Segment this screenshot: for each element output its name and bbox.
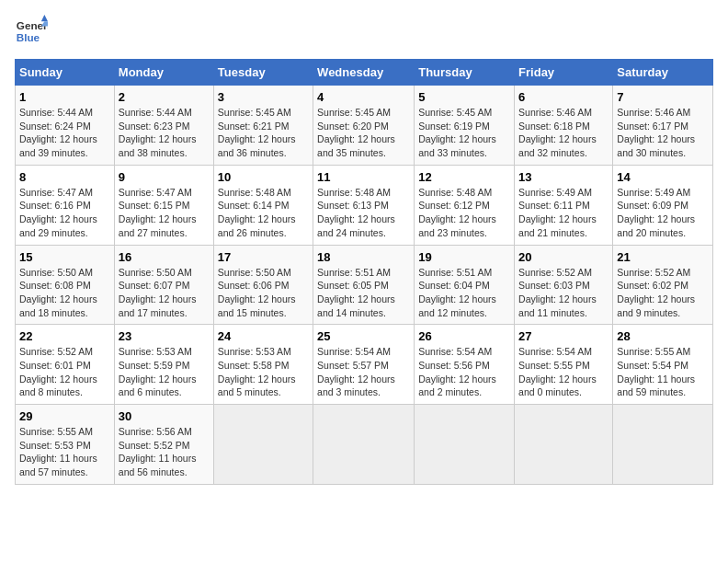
day-cell bbox=[213, 405, 313, 485]
day-cell bbox=[415, 405, 515, 485]
day-number: 8 bbox=[19, 170, 110, 184]
day-cell: 2 Sunrise: 5:44 AMSunset: 6:23 PMDayligh… bbox=[114, 86, 213, 166]
page-header: General Blue bbox=[15, 15, 713, 48]
day-cell: 26 Sunrise: 5:54 AMSunset: 5:56 PMDaylig… bbox=[415, 325, 515, 405]
svg-marker-2 bbox=[41, 15, 48, 21]
day-number: 24 bbox=[218, 329, 309, 343]
svg-text:Blue: Blue bbox=[17, 31, 40, 43]
day-cell: 22 Sunrise: 5:52 AMSunset: 6:01 PMDaylig… bbox=[16, 325, 115, 405]
day-cell: 28 Sunrise: 5:55 AMSunset: 5:54 PMDaylig… bbox=[613, 325, 713, 405]
day-number: 21 bbox=[617, 250, 709, 264]
day-number: 27 bbox=[518, 329, 609, 343]
day-cell: 24 Sunrise: 5:53 AMSunset: 5:58 PMDaylig… bbox=[213, 325, 313, 405]
day-info: Sunrise: 5:53 AMSunset: 5:59 PMDaylight:… bbox=[119, 345, 210, 399]
day-info: Sunrise: 5:55 AMSunset: 5:54 PMDaylight:… bbox=[617, 345, 709, 399]
day-number: 30 bbox=[119, 409, 210, 423]
col-header-wednesday: Wednesday bbox=[313, 60, 415, 86]
day-info: Sunrise: 5:45 AMSunset: 6:21 PMDaylight:… bbox=[218, 106, 309, 160]
day-number: 6 bbox=[518, 90, 609, 104]
day-number: 7 bbox=[617, 90, 709, 104]
day-info: Sunrise: 5:52 AMSunset: 6:03 PMDaylight:… bbox=[518, 266, 609, 320]
day-cell: 11 Sunrise: 5:48 AMSunset: 6:13 PMDaylig… bbox=[313, 165, 415, 245]
day-cell: 9 Sunrise: 5:47 AMSunset: 6:15 PMDayligh… bbox=[114, 165, 213, 245]
week-row-2: 15 Sunrise: 5:50 AMSunset: 6:08 PMDaylig… bbox=[16, 245, 713, 325]
day-info: Sunrise: 5:48 AMSunset: 6:14 PMDaylight:… bbox=[218, 186, 309, 240]
day-cell: 19 Sunrise: 5:51 AMSunset: 6:04 PMDaylig… bbox=[415, 245, 515, 325]
day-cell: 18 Sunrise: 5:51 AMSunset: 6:05 PMDaylig… bbox=[313, 245, 415, 325]
day-number: 16 bbox=[119, 250, 210, 264]
day-cell: 8 Sunrise: 5:47 AMSunset: 6:16 PMDayligh… bbox=[16, 165, 115, 245]
day-cell: 5 Sunrise: 5:45 AMSunset: 6:19 PMDayligh… bbox=[415, 86, 515, 166]
day-info: Sunrise: 5:49 AMSunset: 6:11 PMDaylight:… bbox=[518, 186, 609, 240]
week-row-4: 29 Sunrise: 5:55 AMSunset: 5:53 PMDaylig… bbox=[16, 405, 713, 485]
day-cell bbox=[613, 405, 713, 485]
day-number: 17 bbox=[218, 250, 309, 264]
day-number: 10 bbox=[218, 170, 309, 184]
week-row-0: 1 Sunrise: 5:44 AMSunset: 6:24 PMDayligh… bbox=[16, 86, 713, 166]
day-cell bbox=[313, 405, 415, 485]
day-cell: 4 Sunrise: 5:45 AMSunset: 6:20 PMDayligh… bbox=[313, 86, 415, 166]
day-info: Sunrise: 5:53 AMSunset: 5:58 PMDaylight:… bbox=[218, 345, 309, 399]
day-cell: 7 Sunrise: 5:46 AMSunset: 6:17 PMDayligh… bbox=[613, 86, 713, 166]
col-header-thursday: Thursday bbox=[415, 60, 515, 86]
day-info: Sunrise: 5:46 AMSunset: 6:18 PMDaylight:… bbox=[518, 106, 609, 160]
week-row-3: 22 Sunrise: 5:52 AMSunset: 6:01 PMDaylig… bbox=[16, 325, 713, 405]
day-info: Sunrise: 5:54 AMSunset: 5:57 PMDaylight:… bbox=[317, 345, 410, 399]
day-cell: 23 Sunrise: 5:53 AMSunset: 5:59 PMDaylig… bbox=[114, 325, 213, 405]
day-info: Sunrise: 5:50 AMSunset: 6:08 PMDaylight:… bbox=[19, 266, 110, 320]
day-number: 11 bbox=[317, 170, 410, 184]
day-info: Sunrise: 5:51 AMSunset: 6:04 PMDaylight:… bbox=[418, 266, 510, 320]
day-info: Sunrise: 5:45 AMSunset: 6:19 PMDaylight:… bbox=[418, 106, 510, 160]
day-info: Sunrise: 5:48 AMSunset: 6:12 PMDaylight:… bbox=[418, 186, 510, 240]
day-cell: 17 Sunrise: 5:50 AMSunset: 6:06 PMDaylig… bbox=[213, 245, 313, 325]
day-cell: 16 Sunrise: 5:50 AMSunset: 6:07 PMDaylig… bbox=[114, 245, 213, 325]
day-info: Sunrise: 5:55 AMSunset: 5:53 PMDaylight:… bbox=[19, 425, 110, 479]
day-number: 22 bbox=[19, 329, 110, 343]
day-number: 20 bbox=[518, 250, 609, 264]
day-number: 28 bbox=[617, 329, 709, 343]
col-header-monday: Monday bbox=[114, 60, 213, 86]
week-row-1: 8 Sunrise: 5:47 AMSunset: 6:16 PMDayligh… bbox=[16, 165, 713, 245]
header-row: SundayMondayTuesdayWednesdayThursdayFrid… bbox=[16, 60, 713, 86]
day-cell: 1 Sunrise: 5:44 AMSunset: 6:24 PMDayligh… bbox=[16, 86, 115, 166]
col-header-saturday: Saturday bbox=[613, 60, 713, 86]
day-number: 29 bbox=[19, 409, 110, 423]
day-number: 18 bbox=[317, 250, 410, 264]
day-number: 26 bbox=[418, 329, 510, 343]
day-info: Sunrise: 5:47 AMSunset: 6:16 PMDaylight:… bbox=[19, 186, 110, 240]
day-number: 25 bbox=[317, 329, 410, 343]
day-number: 3 bbox=[218, 90, 309, 104]
day-info: Sunrise: 5:54 AMSunset: 5:56 PMDaylight:… bbox=[418, 345, 510, 399]
day-number: 4 bbox=[317, 90, 410, 104]
day-cell: 25 Sunrise: 5:54 AMSunset: 5:57 PMDaylig… bbox=[313, 325, 415, 405]
day-cell: 6 Sunrise: 5:46 AMSunset: 6:18 PMDayligh… bbox=[515, 86, 613, 166]
day-info: Sunrise: 5:52 AMSunset: 6:02 PMDaylight:… bbox=[617, 266, 709, 320]
day-cell: 14 Sunrise: 5:49 AMSunset: 6:09 PMDaylig… bbox=[613, 165, 713, 245]
day-number: 5 bbox=[418, 90, 510, 104]
day-cell: 20 Sunrise: 5:52 AMSunset: 6:03 PMDaylig… bbox=[515, 245, 613, 325]
day-number: 14 bbox=[617, 170, 709, 184]
day-cell: 10 Sunrise: 5:48 AMSunset: 6:14 PMDaylig… bbox=[213, 165, 313, 245]
day-cell: 29 Sunrise: 5:55 AMSunset: 5:53 PMDaylig… bbox=[16, 405, 115, 485]
day-cell: 30 Sunrise: 5:56 AMSunset: 5:52 PMDaylig… bbox=[114, 405, 213, 485]
day-number: 13 bbox=[518, 170, 609, 184]
col-header-sunday: Sunday bbox=[16, 60, 115, 86]
day-number: 12 bbox=[418, 170, 510, 184]
day-info: Sunrise: 5:44 AMSunset: 6:23 PMDaylight:… bbox=[119, 106, 210, 160]
day-info: Sunrise: 5:48 AMSunset: 6:13 PMDaylight:… bbox=[317, 186, 410, 240]
col-header-tuesday: Tuesday bbox=[213, 60, 313, 86]
day-cell: 27 Sunrise: 5:54 AMSunset: 5:55 PMDaylig… bbox=[515, 325, 613, 405]
day-cell: 12 Sunrise: 5:48 AMSunset: 6:12 PMDaylig… bbox=[415, 165, 515, 245]
day-info: Sunrise: 5:50 AMSunset: 6:06 PMDaylight:… bbox=[218, 266, 309, 320]
day-info: Sunrise: 5:44 AMSunset: 6:24 PMDaylight:… bbox=[19, 106, 110, 160]
day-info: Sunrise: 5:50 AMSunset: 6:07 PMDaylight:… bbox=[119, 266, 210, 320]
day-cell: 3 Sunrise: 5:45 AMSunset: 6:21 PMDayligh… bbox=[213, 86, 313, 166]
day-number: 2 bbox=[119, 90, 210, 104]
day-cell: 15 Sunrise: 5:50 AMSunset: 6:08 PMDaylig… bbox=[16, 245, 115, 325]
day-info: Sunrise: 5:51 AMSunset: 6:05 PMDaylight:… bbox=[317, 266, 410, 320]
day-info: Sunrise: 5:45 AMSunset: 6:20 PMDaylight:… bbox=[317, 106, 410, 160]
logo-icon: General Blue bbox=[15, 15, 48, 48]
day-info: Sunrise: 5:52 AMSunset: 6:01 PMDaylight:… bbox=[19, 345, 110, 399]
day-number: 19 bbox=[418, 250, 510, 264]
day-cell: 21 Sunrise: 5:52 AMSunset: 6:02 PMDaylig… bbox=[613, 245, 713, 325]
